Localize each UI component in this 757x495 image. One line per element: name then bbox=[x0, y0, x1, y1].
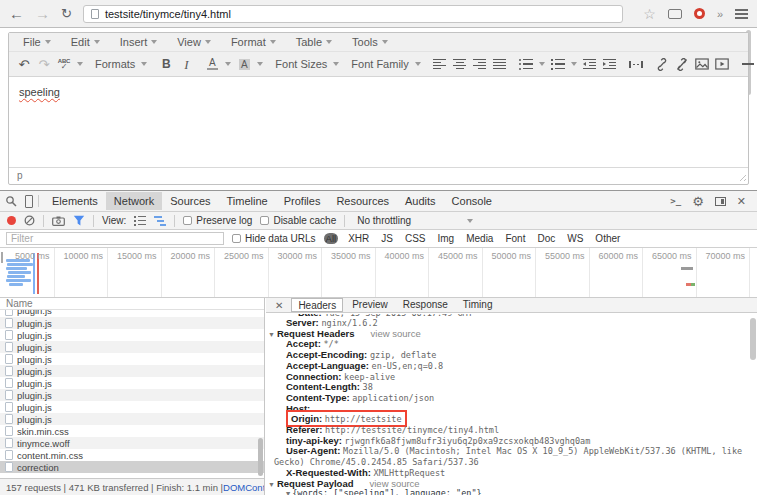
view-list-icon[interactable] bbox=[134, 216, 146, 226]
editor-menu-item[interactable]: Insert bbox=[110, 33, 168, 51]
resource-type-filter[interactable]: Doc bbox=[535, 233, 557, 244]
editor-menu-item[interactable]: Format bbox=[221, 33, 286, 51]
page-break-button[interactable] bbox=[629, 55, 643, 73]
background-color-caret-icon[interactable] bbox=[257, 62, 263, 66]
resource-type-filter[interactable]: JS bbox=[379, 233, 395, 244]
dock-side-icon[interactable] bbox=[715, 197, 726, 206]
cast-icon[interactable] bbox=[668, 9, 682, 19]
request-row[interactable]: plugin.js bbox=[0, 329, 264, 341]
bold-button[interactable]: B bbox=[159, 55, 173, 73]
back-icon[interactable]: ← bbox=[9, 6, 24, 21]
background-color-button[interactable]: A bbox=[237, 55, 251, 73]
view-waterfall-icon[interactable] bbox=[154, 216, 166, 226]
font-sizes-caret-icon[interactable] bbox=[333, 62, 339, 66]
font-family-caret-icon[interactable] bbox=[415, 62, 421, 66]
editor-menu-item[interactable]: View bbox=[167, 33, 221, 51]
resize-grip-icon[interactable] bbox=[737, 172, 746, 181]
request-row[interactable]: plugin.js bbox=[0, 377, 264, 389]
spellcheck-button[interactable]: ABC✓ bbox=[57, 55, 71, 73]
align-justify-button[interactable] bbox=[493, 55, 507, 73]
align-right-button[interactable] bbox=[473, 55, 487, 73]
insert-link-button[interactable] bbox=[655, 55, 669, 73]
throttling-dropdown[interactable]: No throttling bbox=[353, 215, 477, 226]
disable-cache-checkbox[interactable]: Disable cache bbox=[260, 215, 336, 226]
resource-type-filter[interactable]: XHR bbox=[346, 233, 371, 244]
resource-type-filter[interactable]: Other bbox=[593, 233, 622, 244]
device-mode-icon[interactable] bbox=[25, 195, 33, 208]
bookmark-star-icon[interactable]: ☆ bbox=[643, 7, 656, 21]
formats-caret-icon[interactable] bbox=[141, 62, 147, 66]
reload-icon[interactable]: ↻ bbox=[61, 6, 72, 21]
font-family-dropdown[interactable]: Font Family bbox=[351, 58, 408, 70]
details-scrollbar-thumb[interactable] bbox=[750, 318, 756, 360]
request-list-scrollbar-thumb[interactable] bbox=[258, 438, 263, 476]
forward-icon[interactable]: → bbox=[35, 6, 50, 21]
request-row[interactable]: correction bbox=[0, 461, 264, 473]
devtools-tab[interactable]: Audits bbox=[397, 192, 444, 210]
preserve-log-checkbox[interactable]: Preserve log bbox=[183, 215, 252, 226]
view-source-link[interactable]: view source bbox=[370, 478, 420, 489]
resource-type-filter[interactable]: Media bbox=[464, 233, 495, 244]
hide-data-urls-checkbox[interactable]: Hide data URLs bbox=[232, 233, 316, 244]
devtools-tab[interactable]: Elements bbox=[44, 192, 106, 210]
domcontentloaded-stat[interactable]: DOMContentLo... bbox=[223, 482, 264, 493]
request-row[interactable]: tinymce.woff bbox=[0, 437, 264, 449]
filter-funnel-icon[interactable] bbox=[73, 215, 85, 226]
spellcheck-caret-icon[interactable] bbox=[77, 62, 83, 66]
misspelled-word[interactable]: speeling bbox=[19, 86, 60, 98]
screenshot-camera-icon[interactable] bbox=[52, 216, 65, 226]
request-row[interactable]: plugin.js bbox=[0, 401, 264, 413]
request-row[interactable]: plugin.js bbox=[0, 413, 264, 425]
remove-link-button[interactable] bbox=[675, 55, 689, 73]
chrome-menu-icon[interactable] bbox=[735, 9, 748, 19]
undo-button[interactable]: ↶ bbox=[17, 55, 31, 73]
formats-dropdown[interactable]: Formats bbox=[95, 58, 135, 70]
disclosure-triangle-icon[interactable]: ▼ bbox=[268, 331, 275, 338]
disclosure-triangle-icon[interactable]: ▼ bbox=[286, 490, 290, 495]
details-tab[interactable]: Preview bbox=[346, 298, 394, 312]
timeline-overview[interactable]: 5000 ms10000 ms15000 ms20000 ms25000 ms3… bbox=[0, 248, 757, 298]
request-row[interactable]: plugin.js bbox=[0, 365, 264, 377]
checkbox-icon[interactable] bbox=[260, 216, 269, 225]
devtools-tab[interactable]: Profiles bbox=[276, 192, 329, 210]
console-drawer-icon[interactable]: >_ bbox=[670, 196, 681, 206]
name-column-header[interactable]: Name bbox=[0, 298, 264, 310]
indent-button[interactable] bbox=[603, 55, 617, 73]
text-color-button[interactable]: A bbox=[205, 55, 219, 73]
devtools-tab[interactable]: Network bbox=[106, 192, 162, 210]
editor-menu-item[interactable]: Tools bbox=[342, 33, 398, 51]
align-left-button[interactable] bbox=[433, 55, 447, 73]
devtools-close-icon[interactable]: ✕ bbox=[737, 195, 746, 208]
outdent-button[interactable] bbox=[583, 55, 597, 73]
italic-button[interactable]: I bbox=[179, 55, 193, 73]
request-row[interactable]: plugin.js bbox=[0, 353, 264, 365]
resource-type-filter[interactable]: Img bbox=[436, 233, 457, 244]
devtools-tab[interactable]: Resources bbox=[328, 192, 397, 210]
url-text[interactable]: testsite/tinymce/tiny4.html bbox=[105, 8, 231, 20]
request-row[interactable]: plugin.js bbox=[0, 341, 264, 353]
horizontal-rule-button[interactable] bbox=[741, 55, 755, 73]
close-details-icon[interactable]: ✕ bbox=[270, 300, 288, 311]
resource-type-filter[interactable]: WS bbox=[565, 233, 585, 244]
editor-menu-item[interactable]: Edit bbox=[61, 33, 110, 51]
editor-menu-item[interactable]: File bbox=[13, 33, 61, 51]
details-tab[interactable]: Response bbox=[397, 298, 454, 312]
text-color-caret-icon[interactable] bbox=[225, 62, 231, 66]
align-center-button[interactable] bbox=[453, 55, 467, 73]
filter-input[interactable] bbox=[6, 232, 224, 245]
disclosure-triangle-icon[interactable]: ▼ bbox=[268, 481, 275, 488]
record-network-icon[interactable] bbox=[7, 216, 16, 225]
gear-icon[interactable]: ⚙ bbox=[692, 195, 704, 208]
checkbox-icon[interactable] bbox=[232, 234, 241, 243]
extension-record-icon[interactable] bbox=[694, 8, 705, 19]
editor-content-area[interactable]: speeling bbox=[9, 77, 748, 167]
details-tab[interactable]: Timing bbox=[457, 298, 499, 312]
view-source-link[interactable]: view source bbox=[371, 328, 421, 339]
address-bar[interactable]: testsite/tinymce/tiny4.html bbox=[83, 5, 623, 23]
resource-type-filter[interactable]: CSS bbox=[403, 233, 428, 244]
bullet-list-button[interactable] bbox=[519, 55, 533, 73]
devtools-tab[interactable]: Sources bbox=[162, 192, 218, 210]
element-path[interactable]: p bbox=[17, 170, 23, 181]
checkbox-icon[interactable] bbox=[183, 216, 192, 225]
insert-media-button[interactable] bbox=[715, 55, 729, 73]
